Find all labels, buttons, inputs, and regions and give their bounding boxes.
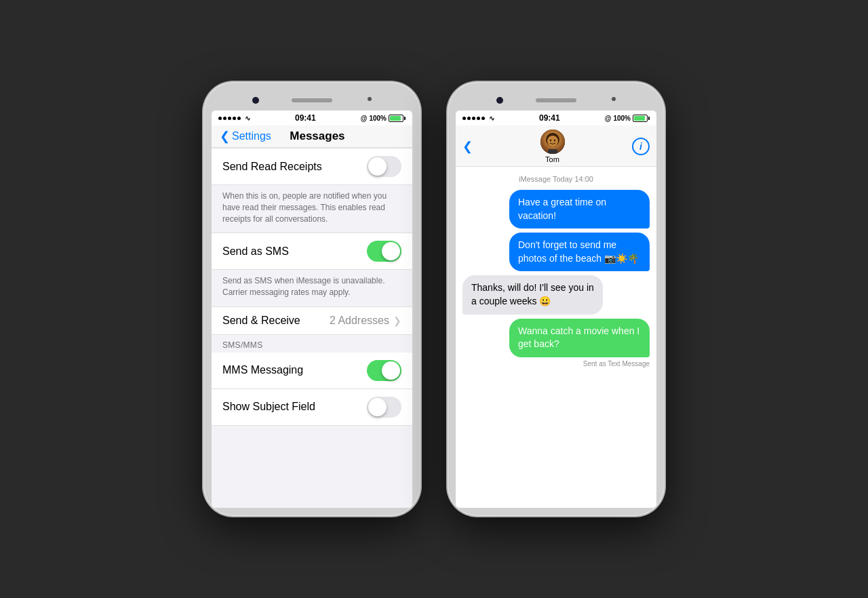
phone-top-bar-right: [456, 90, 656, 111]
imessage-nav: ❮: [456, 125, 656, 167]
back-button-chat[interactable]: ❮: [462, 140, 473, 153]
description-read-receipts: When this is on, people are notified whe…: [212, 185, 412, 233]
screen-left: ∿ 09:41 @ 100% ❮ Settings Messages: [212, 111, 412, 508]
cell-mms-messaging[interactable]: MMS Messaging: [212, 353, 412, 389]
info-button[interactable]: i: [632, 138, 650, 155]
signal-dot-4: [233, 117, 236, 120]
message-4: Wanna catch a movie when I get back?: [509, 319, 650, 357]
label-show-subject: Show Subject Field: [222, 401, 315, 413]
svg-point-3: [553, 140, 555, 141]
battery-tip-left: [404, 117, 406, 120]
status-right-left: @ 100%: [361, 115, 406, 122]
svg-point-1: [547, 136, 558, 146]
battery-fill-left: [390, 116, 401, 121]
battery-body-left: [389, 115, 403, 122]
label-send-as-sms: Send as SMS: [222, 245, 289, 258]
message-1: Have a great time on vacation!: [509, 190, 650, 228]
nav-bar-left: ❮ Settings Messages: [212, 125, 412, 148]
message-area: iMessage Today 14:00 Have a great time o…: [456, 167, 656, 508]
sent-as-text-label: Sent as Text Message: [462, 360, 650, 367]
back-label-settings[interactable]: Settings: [232, 130, 271, 142]
message-2: Don't forget to send me photos of the be…: [509, 233, 650, 271]
signal-dot-2: [223, 117, 226, 120]
cell-show-subject[interactable]: Show Subject Field: [212, 389, 412, 426]
toggle-knob-mms: [382, 361, 400, 380]
signal-dots-right: [462, 117, 485, 120]
addresses-value: 2 Addresses: [330, 315, 389, 327]
status-left-left: ∿: [218, 115, 250, 122]
avatar: [540, 129, 565, 154]
status-time-right: 09:41: [539, 113, 560, 123]
avatar-face: [540, 129, 565, 154]
section-label-sms-mms: SMS/MMS: [212, 335, 412, 353]
contact-info[interactable]: Tom: [540, 129, 565, 163]
status-right-right: @ 100%: [605, 115, 650, 122]
phone-left: ∿ 09:41 @ 100% ❮ Settings Messages: [203, 82, 420, 516]
chevron-send-receive: ❯: [393, 315, 401, 326]
cell-send-receive[interactable]: Send & Receive 2 Addresses ❯: [212, 306, 412, 335]
r-signal-dot-2: [467, 117, 471, 120]
status-bar-left: ∿ 09:41 @ 100%: [212, 111, 412, 125]
back-button-settings[interactable]: ❮ Settings: [220, 130, 271, 142]
speaker-left: [292, 98, 332, 102]
sensor-right: [612, 97, 616, 101]
phone-right: ∿ 09:41 @ 100% ❮: [448, 82, 665, 516]
status-time-left: 09:41: [295, 113, 316, 123]
toggle-send-read-receipts[interactable]: [367, 156, 401, 177]
toggle-send-as-sms[interactable]: [367, 241, 401, 262]
cell-send-read-receipts[interactable]: Send Read Receipts: [212, 148, 412, 185]
signal-dots-left: [218, 117, 241, 120]
message-3: Thanks, will do! I'll see you in a coupl…: [462, 275, 603, 314]
svg-point-2: [549, 140, 551, 141]
toggle-show-subject[interactable]: [367, 397, 401, 418]
label-mms-messaging: MMS Messaging: [222, 364, 303, 376]
phone-top-bar-left: [212, 90, 412, 111]
r-signal-dot-3: [472, 117, 475, 120]
battery-fill-right: [634, 116, 645, 121]
signal-dot-5: [237, 117, 241, 120]
label-send-read-receipts: Send Read Receipts: [222, 161, 322, 173]
contact-name: Tom: [545, 155, 559, 163]
battery-left: [389, 115, 406, 122]
status-left-right: ∿: [462, 115, 494, 122]
battery-pct-right: 100%: [613, 115, 631, 122]
cell-send-as-sms[interactable]: Send as SMS: [212, 233, 412, 270]
r-signal-dot-1: [462, 117, 466, 120]
status-bar-right: ∿ 09:41 @ 100%: [456, 111, 656, 125]
settings-content: Send Read Receipts When this is on, peop…: [212, 148, 412, 508]
wifi-icon-right: ∿: [489, 115, 494, 122]
screen-right: ∿ 09:41 @ 100% ❮: [456, 111, 656, 508]
label-send-receive: Send & Receive: [222, 315, 300, 327]
section-sms-mms: SMS/MMS MMS Messaging Show Subject Field: [212, 335, 412, 426]
speaker-right: [536, 98, 576, 102]
toggle-knob-read-receipts: [368, 157, 387, 176]
toggle-knob-sms: [382, 242, 400, 260]
toggle-knob-subject: [368, 398, 387, 416]
signal-dot-3: [228, 117, 231, 120]
section-send-as-sms: Send as SMS Send as SMS when iMessage is…: [212, 233, 412, 306]
back-arrow-right: ❮: [462, 140, 473, 153]
battery-right: [633, 115, 650, 122]
data-icon-left: @: [361, 115, 368, 122]
section-read-receipts: Send Read Receipts When this is on, peop…: [212, 148, 412, 233]
toggle-mms-messaging[interactable]: [367, 360, 401, 381]
value-send-receive: 2 Addresses ❯: [330, 315, 401, 327]
camera-left: [252, 97, 259, 104]
message-timestamp: iMessage Today 14:00: [462, 175, 650, 183]
svg-rect-4: [548, 149, 557, 154]
avatar-svg: [540, 129, 565, 154]
sensor-left: [368, 97, 372, 101]
battery-tip-right: [648, 117, 650, 120]
wifi-icon-left: ∿: [245, 115, 250, 122]
battery-pct-left: 100%: [369, 115, 387, 122]
r-signal-dot-5: [481, 117, 485, 120]
camera-right: [496, 97, 503, 104]
section-send-receive: Send & Receive 2 Addresses ❯: [212, 306, 412, 335]
description-send-as-sms: Send as SMS when iMessage is unavailable…: [212, 270, 412, 306]
nav-title-left: Messages: [290, 129, 344, 143]
r-signal-dot-4: [477, 117, 480, 120]
signal-dot-1: [218, 117, 222, 120]
back-arrow-left: ❮: [220, 130, 230, 142]
data-icon-right: @: [605, 115, 612, 122]
battery-body-right: [633, 115, 648, 122]
